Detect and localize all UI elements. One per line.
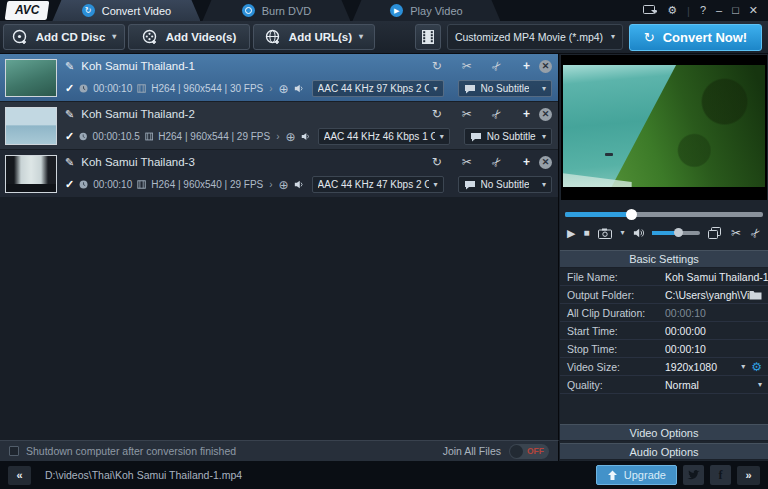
crop-icon[interactable]: ✂ [488,58,505,75]
clip-icon[interactable]: ✂ [462,107,472,121]
audio-options-label: Audio Options [629,446,698,458]
edit-title-icon[interactable]: ✎ [65,108,74,121]
settings-gear-icon[interactable]: ⚙ [667,5,677,16]
crop-icon[interactable]: ✂ [747,225,764,242]
convert-now-button[interactable]: ↻ Convert Now! [629,24,762,51]
video-title: Koh Samui Thailand-2 [81,108,195,120]
crop-icon[interactable]: ✂ [488,106,505,123]
field-label: File Name: [567,271,665,283]
field-value[interactable]: 1920x1080 [665,361,741,373]
clock-icon [79,179,88,190]
field-value[interactable]: Koh Samui Thailand-1 [665,271,768,283]
maximize-icon[interactable]: □ [732,5,739,16]
collapse-button[interactable]: « [8,466,31,485]
audio-track-select[interactable]: AAC 44 KHz 97 Kbps 2 CH ... ▾ [312,80,444,97]
video-row[interactable]: ✎ Koh Samui Thailand-3 ↻ ✂ ✂ + ✕ ✓ 00:00… [0,150,558,197]
speaker-icon[interactable] [301,131,310,142]
subtitle-select[interactable]: No Subtitle ▾ [458,176,552,193]
field-value[interactable]: 00:00:10 [665,343,768,355]
seek-handle[interactable] [626,209,637,220]
tab-burn-dvd[interactable]: Burn DVD [202,0,350,21]
clock-icon [79,83,88,94]
add-icon[interactable]: + [523,107,530,121]
remote-screen-icon[interactable] [643,5,657,16]
video-row[interactable]: ✎ Koh Samui Thailand-2 ↻ ✂ ✂ + ✕ ✓ 00:00… [0,102,558,149]
help-icon[interactable]: ? [700,5,706,16]
tab-convert-video[interactable]: ↻ Convert Video [52,0,200,21]
video-options-bar[interactable]: Video Options [560,424,768,441]
target-icon[interactable]: ⊕ [286,131,296,143]
join-all-files-toggle[interactable]: OFF [509,444,549,459]
toggle-state: OFF [523,446,548,456]
remove-video-icon[interactable]: ✕ [539,108,552,121]
seek-bar[interactable] [565,209,763,220]
clip-icon[interactable]: ✂ [462,155,472,169]
format-category-button[interactable] [415,24,441,50]
main-tabs: ↻ Convert Video Burn DVD ▶ Play Video [52,0,502,21]
add-urls-button[interactable]: Add URL(s) ▾ [253,24,375,50]
video-size-gear-icon[interactable]: ⚙ [751,360,762,374]
target-icon[interactable]: ⊕ [279,179,289,191]
filmstrip-icon [420,29,436,45]
chevron-down-icon[interactable]: ▾ [741,363,745,371]
chevron-down-icon: ▾ [542,181,546,189]
expand-button[interactable]: » [737,466,760,485]
edit-title-icon[interactable]: ✎ [65,60,74,73]
snapshot-button[interactable] [598,228,613,239]
speaker-icon[interactable] [294,83,304,94]
field-value[interactable]: C:\Users\yangh\Videos... [665,289,749,301]
effects-icon[interactable]: ↻ [432,155,442,169]
volume-slider[interactable] [652,231,700,235]
compare-icon[interactable] [708,227,721,239]
upgrade-button[interactable]: Upgrade [596,465,677,485]
clip-icon[interactable]: ✂ [731,226,741,240]
tab-play-video[interactable]: ▶ Play Video [352,0,500,21]
chevron-down-icon: ▾ [440,133,444,141]
folder-icon[interactable] [749,290,762,300]
audio-track-select[interactable]: AAC 44 KHz 46 Kbps 1 CH ... ▾ [318,128,450,145]
duration-text: 00:00:10.5 [93,131,140,142]
crop-icon[interactable]: ✂ [488,154,505,171]
subtitle-select[interactable]: No Subtitle ▾ [458,80,552,97]
volume-handle[interactable] [674,228,683,237]
play-button[interactable]: ▶ [567,228,575,239]
add-icon[interactable]: + [523,59,530,73]
clip-icon[interactable]: ✂ [462,59,472,73]
field-value[interactable]: 00:00:00 [665,325,768,337]
chevron-down-icon[interactable]: ▾ [758,381,762,389]
selected-check-icon[interactable]: ✓ [65,82,74,95]
add-videos-button[interactable]: Add Video(s) [128,24,250,50]
chevron-down-icon[interactable]: ▾ [112,33,116,41]
play-video-icon: ▶ [390,4,403,17]
facebook-button[interactable]: f [710,465,731,485]
basic-settings-header[interactable]: Basic Settings [560,250,768,268]
remove-video-icon[interactable]: ✕ [539,60,552,73]
video-preview[interactable] [561,55,767,200]
snapshot-menu-icon[interactable]: ▾ [621,229,625,237]
add-cd-disc-button[interactable]: Add CD Disc ▾ [3,24,125,50]
target-icon[interactable]: ⊕ [279,83,289,95]
stop-button[interactable]: ■ [583,228,589,238]
audio-options-bar[interactable]: Audio Options [560,443,768,460]
twitter-button[interactable] [683,465,704,485]
effects-icon[interactable]: ↻ [432,59,442,73]
shutdown-checkbox[interactable] [9,446,19,456]
speaker-icon[interactable] [294,179,304,190]
selected-check-icon[interactable]: ✓ [65,178,74,191]
speech-bubble-icon [464,84,476,94]
remove-video-icon[interactable]: ✕ [539,156,552,169]
volume-icon[interactable] [633,227,645,239]
minimize-icon[interactable]: – [716,5,722,16]
edit-title-icon[interactable]: ✎ [65,156,74,169]
output-format-select[interactable]: Customized MP4 Movie (*.mp4) ▾ [447,24,623,50]
field-all-clip-duration: All Clip Duration: 00:00:10 [560,304,768,322]
chevron-down-icon[interactable]: ▾ [359,33,363,41]
selected-check-icon[interactable]: ✓ [65,130,74,143]
add-icon[interactable]: + [523,155,530,169]
video-row[interactable]: ✎ Koh Samui Thailand-1 ↻ ✂ ✂ + ✕ ✓ 00:00… [0,54,558,101]
field-value[interactable]: Normal [665,379,758,391]
close-icon[interactable]: ✕ [749,5,758,16]
effects-icon[interactable]: ↻ [432,107,442,121]
audio-track-select[interactable]: AAC 44 KHz 47 Kbps 2 CH ... ▾ [312,176,444,193]
subtitle-select[interactable]: No Subtitle ▾ [464,128,552,145]
